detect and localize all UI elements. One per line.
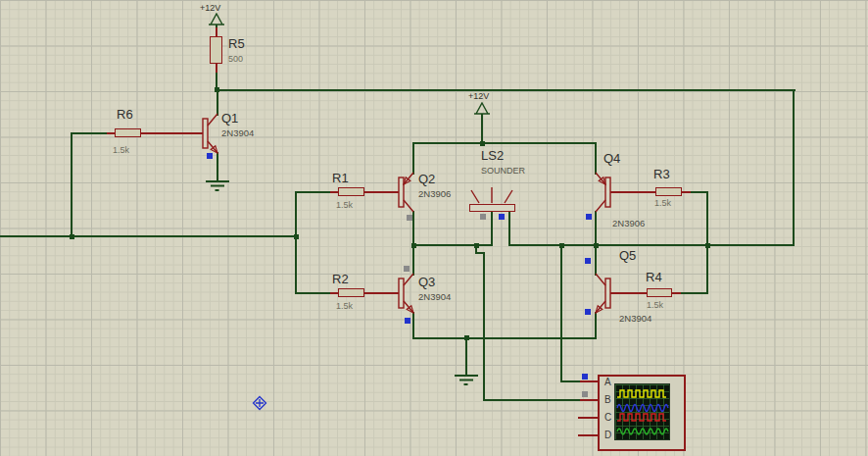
transistor-partno: 2N3906 bbox=[418, 188, 451, 199]
origin-marker-icon bbox=[252, 395, 267, 411]
resistor-value: 1.5k bbox=[647, 300, 663, 310]
resistor-R1[interactable] bbox=[338, 187, 364, 196]
junction-dot bbox=[559, 243, 564, 248]
resistor-ref: R3 bbox=[653, 167, 670, 181]
resistor-R3[interactable] bbox=[655, 187, 682, 196]
wire[interactable] bbox=[71, 132, 72, 237]
wire[interactable] bbox=[680, 292, 707, 294]
resistor-value: 1.5k bbox=[654, 198, 671, 208]
resistor-R4[interactable] bbox=[647, 288, 672, 297]
transistor-ref: Q5 bbox=[619, 248, 636, 263]
pin-marker bbox=[582, 374, 588, 380]
transistor-Q5[interactable] bbox=[588, 266, 611, 321]
wire-ground-rail[interactable] bbox=[412, 337, 597, 339]
trace-b-sine bbox=[617, 405, 668, 412]
ground-icon[interactable] bbox=[205, 179, 230, 193]
resistor-R6[interactable] bbox=[115, 128, 141, 137]
pin-marker bbox=[207, 153, 213, 159]
pin-marker bbox=[585, 258, 591, 264]
transistor-Q4[interactable] bbox=[588, 165, 611, 220]
pin bbox=[140, 132, 203, 134]
pin-marker bbox=[404, 266, 410, 272]
sounder-type: SOUNDER bbox=[481, 166, 525, 176]
wire-to-scope-a[interactable] bbox=[560, 244, 562, 382]
scope-channel-b: B bbox=[604, 394, 611, 405]
pin-marker bbox=[407, 215, 412, 221]
wire-bridge-left[interactable] bbox=[412, 244, 493, 246]
pin-marker bbox=[499, 214, 505, 220]
transistor-partno: 2N3904 bbox=[221, 127, 254, 138]
transistor-ref: Q2 bbox=[418, 172, 435, 186]
transistor-partno: 2N3904 bbox=[418, 291, 451, 302]
scope-channel-c: C bbox=[604, 412, 611, 423]
wire-input-bus[interactable] bbox=[0, 235, 296, 237]
wire[interactable] bbox=[71, 132, 108, 134]
wire[interactable] bbox=[706, 244, 795, 246]
power-12v-icon[interactable] bbox=[208, 13, 225, 26]
junction-dot bbox=[294, 234, 299, 239]
wire[interactable] bbox=[481, 114, 483, 144]
junction-dot bbox=[464, 335, 469, 340]
wire[interactable] bbox=[508, 211, 510, 246]
schematic-canvas[interactable]: +12V +12V R5 500 R6 1.5k R1 1.5k R2 1.5k… bbox=[0, 0, 868, 456]
wire[interactable] bbox=[465, 337, 467, 375]
wire[interactable] bbox=[560, 380, 582, 382]
wire[interactable] bbox=[793, 89, 795, 246]
power-label: +12V bbox=[200, 3, 220, 13]
pin bbox=[672, 292, 681, 294]
wire-to-scope-b[interactable] bbox=[483, 252, 485, 401]
resistor-value: 1.5k bbox=[113, 145, 129, 155]
power-12v-icon[interactable] bbox=[473, 102, 491, 116]
wire[interactable] bbox=[483, 399, 581, 401]
trace-a-square bbox=[617, 390, 666, 397]
scope-channel-a: A bbox=[604, 377, 611, 387]
pin-marker bbox=[586, 214, 592, 220]
resistor-R2[interactable] bbox=[338, 288, 364, 297]
junction-dot bbox=[411, 243, 416, 248]
transistor-partno: 2N3904 bbox=[619, 313, 651, 324]
pin bbox=[682, 191, 691, 193]
pin bbox=[608, 292, 649, 294]
pin-marker bbox=[480, 214, 486, 220]
wire-bridge-right[interactable] bbox=[508, 244, 708, 246]
power-label: +12V bbox=[468, 91, 489, 101]
pin-scope-d bbox=[578, 434, 599, 436]
ground-icon[interactable] bbox=[454, 374, 479, 387]
trace-c-square bbox=[617, 414, 666, 421]
pin-scope-b bbox=[580, 399, 599, 401]
resistor-ref: R5 bbox=[228, 36, 245, 51]
transistor-ref: Q3 bbox=[418, 275, 435, 289]
junction-dot bbox=[594, 243, 599, 248]
pin bbox=[364, 292, 399, 294]
sounder-rays-icon bbox=[467, 183, 518, 205]
pin bbox=[364, 191, 399, 193]
pin-marker bbox=[405, 318, 410, 324]
sounder-ref: LS2 bbox=[481, 148, 504, 163]
wire[interactable] bbox=[296, 292, 331, 294]
pin-marker bbox=[585, 309, 591, 315]
scope-channel-d: D bbox=[604, 430, 611, 440]
transistor-ref: Q1 bbox=[221, 111, 238, 126]
resistor-ref: R4 bbox=[646, 270, 662, 284]
resistor-value: 1.5k bbox=[336, 200, 353, 210]
resistor-R5[interactable] bbox=[210, 36, 222, 64]
transistor-partno: 2N3906 bbox=[612, 218, 645, 228]
pin-scope-c bbox=[578, 417, 599, 419]
sounder-LS2[interactable] bbox=[469, 204, 515, 212]
pin-marker bbox=[582, 391, 588, 397]
pin-scope-a bbox=[580, 380, 599, 382]
junction-dot bbox=[474, 243, 479, 248]
wire[interactable] bbox=[690, 191, 707, 193]
wire-top-rail[interactable] bbox=[216, 89, 796, 91]
wire-vcc-rail[interactable] bbox=[412, 142, 597, 144]
junction-dot bbox=[70, 234, 74, 239]
resistor-ref: R6 bbox=[117, 107, 133, 122]
resistor-ref: R2 bbox=[332, 272, 349, 286]
junction-dot bbox=[480, 141, 485, 146]
wire[interactable] bbox=[491, 211, 493, 246]
oscilloscope-screen bbox=[614, 383, 670, 440]
wire[interactable] bbox=[295, 191, 297, 294]
scope-traces bbox=[615, 384, 669, 439]
wire[interactable] bbox=[296, 191, 331, 193]
pin bbox=[216, 63, 217, 73]
